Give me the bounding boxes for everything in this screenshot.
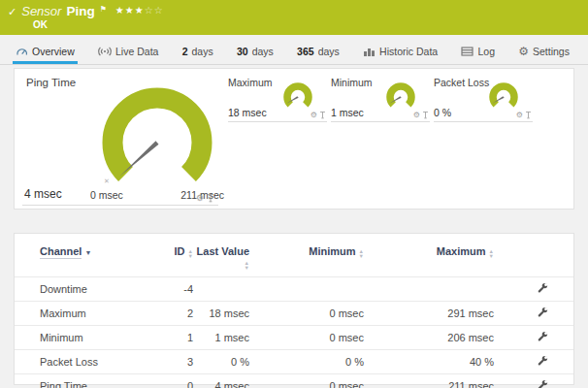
channel-minimum: 0 msec [249, 326, 364, 350]
channel-id: 0 [156, 374, 193, 388]
divider [22, 205, 218, 206]
sort-icon: ▲▼ [359, 249, 364, 258]
channel-last-value: 0 % [193, 350, 249, 374]
sort-icon: ▲▼ [188, 249, 193, 258]
tab-30-days[interactable]: 30 days [234, 41, 277, 64]
channel-settings-wrench-icon[interactable] [537, 355, 548, 369]
small-gauge-title: Maximum [228, 77, 273, 88]
main-gauge-section: Ping Time ✕ 0 msec 211 msec 4 msec ⚙ [15, 69, 224, 210]
gauge-settings-gear-icon[interactable]: ⚙ [413, 112, 420, 119]
gauge-settings-gear-icon[interactable]: ⚙ [196, 194, 204, 203]
tab-live-data[interactable]: Live Data [95, 41, 161, 64]
small-gauge-title: Minimum [331, 77, 373, 88]
small-gauge-title: Packet Loss [434, 77, 489, 88]
gear-icon: ⚙ [518, 46, 529, 57]
column-header-tools [494, 234, 573, 277]
tab-label: Settings [533, 46, 570, 57]
packet-loss-gauge [484, 81, 523, 113]
tab-label: Historic Data [379, 46, 438, 57]
channel-settings-wrench-icon[interactable] [537, 331, 548, 344]
small-gauges: Maximum 18 msec ⚙ Minimum 1 msec ⚙ [226, 77, 533, 127]
gauge-settings-gear-icon[interactable]: ⚙ [310, 112, 317, 119]
column-header-maximum[interactable]: Maximum▲▼ [364, 234, 494, 277]
small-gauge-packet-loss: Packet Loss 0 % ⚙ [432, 77, 533, 127]
channel-minimum: 0 msec [249, 374, 364, 388]
column-header-channel[interactable]: Channel▼ [15, 234, 156, 277]
table-row[interactable]: Downtime -4 [15, 277, 573, 302]
tab-settings[interactable]: ⚙ Settings [515, 41, 572, 64]
stars-empty: ☆☆ [145, 5, 164, 16]
channel-last-value [193, 277, 249, 302]
tab-label: Overview [32, 46, 75, 57]
column-header-minimum[interactable]: Minimum▲▼ [249, 234, 364, 277]
channel-id: -4 [156, 277, 193, 302]
stars-filled: ★★★ [115, 5, 145, 16]
pin-icon[interactable] [525, 111, 532, 119]
channel-name: Ping Time [15, 374, 156, 388]
small-gauge-maximum: Maximum 18 msec ⚙ [226, 77, 327, 127]
divider [228, 121, 327, 122]
channels-panel: Channel▼ ID▲▼ Last Value▲▼ Minimum▲▼ Max… [14, 233, 574, 385]
tab-overview[interactable]: Overview [13, 41, 78, 64]
tab-number: 365 [297, 46, 314, 57]
gauge-settings-gear-icon[interactable]: ⚙ [516, 112, 523, 119]
small-gauge-value: 18 msec [228, 107, 267, 118]
table-row[interactable]: Ping Time 0 4 msec 0 msec 211 msec [15, 374, 573, 388]
small-gauge-value: 1 msec [331, 107, 364, 118]
column-header-id[interactable]: ID▲▼ [156, 234, 193, 277]
channel-last-value: 1 msec [193, 326, 249, 350]
tab-365-days[interactable]: 365 days [294, 41, 343, 64]
channel-settings-wrench-icon[interactable] [537, 379, 548, 388]
channel-name: Maximum [15, 302, 156, 326]
tab-log[interactable]: Log [458, 41, 498, 64]
pin-icon[interactable] [319, 111, 326, 119]
channel-id: 1 [156, 326, 193, 350]
bar-chart-icon [363, 46, 376, 57]
tab-2-days[interactable]: 2 days [180, 41, 216, 64]
table-row[interactable]: Minimum 1 1 msec 0 msec 206 msec [15, 326, 573, 350]
log-table-icon [461, 46, 474, 57]
channel-name: Minimum [15, 326, 156, 350]
tab-label: Log [477, 46, 495, 57]
table-row[interactable]: Packet Loss 3 0 % 0 % 40 % [15, 350, 573, 374]
tab-number: 2 [182, 46, 188, 57]
channel-settings-wrench-icon[interactable] [537, 307, 548, 320]
scale-min-label: 0 msec [90, 189, 123, 201]
tab-label: Live Data [115, 46, 158, 57]
channel-minimum: 0 % [249, 350, 364, 374]
flag-icon[interactable]: ⚑ [100, 5, 107, 14]
small-gauge-value: 0 % [434, 107, 451, 118]
gauge-icon [16, 46, 28, 57]
sensor-header: ✓ Sensor Ping ⚑ ★★★☆☆ OK [0, 0, 588, 35]
channel-maximum: 206 msec [364, 326, 494, 350]
channel-settings-wrench-icon[interactable] [537, 282, 548, 296]
table-row[interactable]: Maximum 2 18 msec 0 msec 291 msec [15, 302, 573, 326]
maximum-gauge [278, 81, 317, 113]
small-gauge-minimum: Minimum 1 msec ⚙ [329, 77, 430, 127]
pin-icon[interactable] [207, 193, 214, 203]
sort-icon: ▲▼ [245, 261, 249, 270]
channel-name: Downtime [15, 277, 156, 302]
channel-maximum: 291 msec [364, 302, 494, 326]
sensor-name: Ping [66, 4, 94, 18]
tab-historic-data[interactable]: Historic Data [360, 41, 441, 64]
channel-id: 3 [156, 350, 193, 374]
channel-last-value: 4 msec [193, 374, 249, 388]
minimum-gauge [381, 81, 420, 113]
limit-marker-icon: ✕ [104, 178, 110, 185]
channel-minimum [249, 277, 364, 302]
tab-bar: Overview Live Data 2 days 30 days 365 da… [0, 41, 588, 65]
channel-maximum: 40 % [364, 350, 494, 374]
sensor-kind-label: Sensor [21, 4, 61, 18]
live-data-icon [98, 46, 112, 57]
sort-desc-icon: ▼ [84, 249, 91, 256]
status-check-icon: ✓ [8, 6, 16, 18]
channel-maximum [364, 277, 494, 302]
pin-icon[interactable] [422, 111, 429, 119]
tab-label: days [192, 46, 213, 57]
priority-stars[interactable]: ★★★☆☆ [115, 5, 164, 16]
channel-name: Packet Loss [15, 350, 156, 374]
column-header-last-value[interactable]: Last Value▲▼ [193, 234, 249, 277]
divider [331, 121, 430, 122]
gauges-panel: Ping Time ✕ 0 msec 211 msec 4 msec ⚙ Max… [14, 68, 574, 210]
